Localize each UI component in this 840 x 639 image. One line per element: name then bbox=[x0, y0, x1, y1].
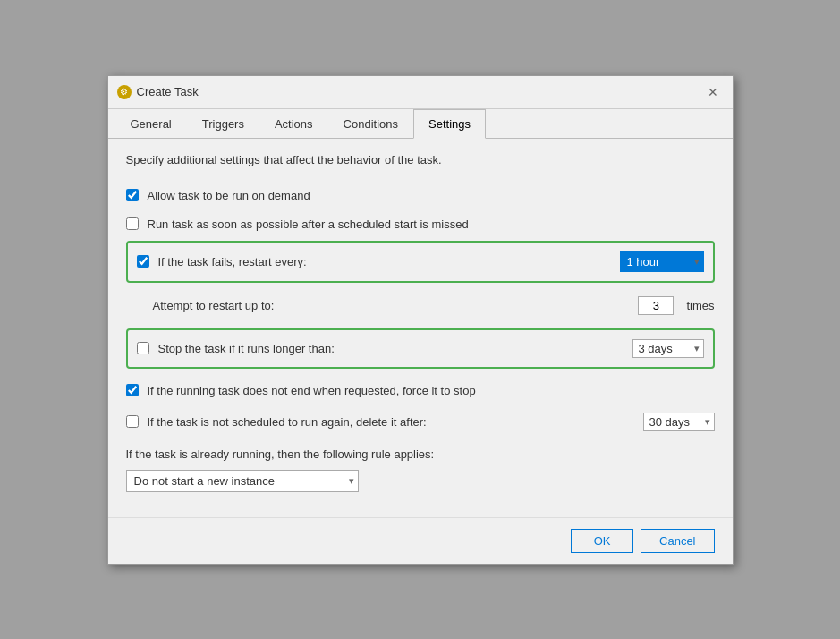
restart-interval-select[interactable]: 1 minute 5 minutes 10 minutes 15 minutes… bbox=[620, 251, 704, 272]
restart-row: If the task fails, restart every: 1 minu… bbox=[137, 248, 704, 276]
attempt-label: Attempt to restart up to: bbox=[153, 299, 630, 312]
delete-after-checkbox[interactable] bbox=[126, 415, 139, 428]
tab-triggers[interactable]: Triggers bbox=[187, 109, 259, 139]
run-on-demand-label: Allow task to be run on demand bbox=[148, 189, 715, 202]
stop-checkbox[interactable] bbox=[137, 342, 149, 354]
rule-dropdown-wrapper: Do not start a new instance Run a new in… bbox=[126, 470, 359, 492]
cancel-button[interactable]: Cancel bbox=[641, 529, 714, 553]
rule-select[interactable]: Do not start a new instance Run a new in… bbox=[126, 470, 359, 492]
ok-button[interactable]: OK bbox=[571, 529, 633, 553]
delete-dropdown-wrapper: 30 days 45 days 60 days 90 days bbox=[643, 413, 715, 431]
stop-duration-select[interactable]: 1 hour 2 hours 4 hours 8 hours 12 hours … bbox=[632, 339, 704, 358]
attempt-row: Attempt to restart up to: times bbox=[126, 290, 715, 321]
restart-label: If the task fails, restart every: bbox=[158, 255, 611, 268]
run-missed-checkbox[interactable] bbox=[126, 217, 139, 230]
delete-row: If the task is not scheduled to run agai… bbox=[126, 406, 715, 438]
tab-bar: General Triggers Actions Conditions Sett… bbox=[108, 109, 733, 139]
window-title: Create Task bbox=[137, 85, 199, 98]
restart-section: If the task fails, restart every: 1 minu… bbox=[126, 241, 715, 283]
tab-conditions[interactable]: Conditions bbox=[328, 109, 413, 139]
force-stop-row: If the running task does not end when re… bbox=[126, 378, 715, 404]
description-text: Specify additional settings that affect … bbox=[126, 153, 715, 166]
run-on-demand-row: Allow task to be run on demand bbox=[126, 183, 715, 209]
force-stop-checkbox[interactable] bbox=[126, 384, 139, 396]
stop-section: Stop the task if it runs longer than: 1 … bbox=[126, 328, 715, 369]
stop-row: Stop the task if it runs longer than: 1 … bbox=[137, 336, 704, 362]
run-missed-label: Run task as soon as possible after a sch… bbox=[148, 217, 715, 231]
attempt-count-input[interactable] bbox=[638, 296, 674, 315]
times-label: times bbox=[686, 299, 714, 312]
create-task-window: ⚙ Create Task ✕ General Triggers Actions… bbox=[107, 75, 734, 565]
force-stop-label: If the running task does not end when re… bbox=[148, 384, 715, 397]
close-button[interactable]: ✕ bbox=[702, 83, 724, 101]
titlebar-left: ⚙ Create Task bbox=[117, 85, 199, 99]
run-on-demand-checkbox[interactable] bbox=[126, 189, 139, 201]
titlebar: ⚙ Create Task ✕ bbox=[108, 76, 733, 109]
tab-actions[interactable]: Actions bbox=[259, 109, 328, 139]
rule-description: If the task is already running, then the… bbox=[126, 440, 715, 466]
main-content: Specify additional settings that affect … bbox=[108, 139, 733, 517]
footer: OK Cancel bbox=[108, 517, 733, 564]
delete-after-label: If the task is not scheduled to run agai… bbox=[148, 415, 634, 429]
delete-after-select[interactable]: 30 days 45 days 60 days 90 days bbox=[643, 413, 715, 431]
rule-dropdown-row: Do not start a new instance Run a new in… bbox=[126, 466, 715, 503]
tab-general[interactable]: General bbox=[115, 109, 187, 139]
window-icon: ⚙ bbox=[117, 85, 132, 99]
tab-settings[interactable]: Settings bbox=[413, 109, 486, 139]
restart-checkbox[interactable] bbox=[137, 255, 149, 268]
stop-dropdown-wrapper: 1 hour 2 hours 4 hours 8 hours 12 hours … bbox=[632, 339, 704, 358]
restart-dropdown-wrapper: 1 minute 5 minutes 10 minutes 15 minutes… bbox=[620, 251, 704, 272]
run-missed-row: Run task as soon as possible after a sch… bbox=[126, 211, 715, 237]
stop-label: Stop the task if it runs longer than: bbox=[158, 342, 624, 355]
